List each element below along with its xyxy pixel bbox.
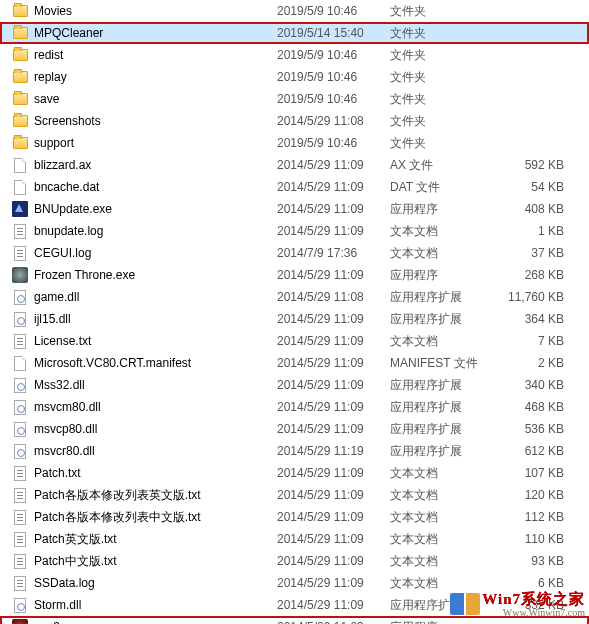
file-name: msvcr80.dll xyxy=(34,444,95,458)
file-name: Patch中文版.txt xyxy=(34,553,117,570)
file-date: 2014/5/29 11:09 xyxy=(277,598,390,612)
file-row[interactable]: game.dll2014/5/29 11:08应用程序扩展11,760 KB xyxy=(0,286,589,308)
dll-file-icon xyxy=(12,377,28,393)
file-row[interactable]: save2019/5/9 10:46文件夹 xyxy=(0,88,589,110)
file-row[interactable]: SSData.log2014/5/29 11:09文本文档6 KB xyxy=(0,572,589,594)
file-type: 文本文档 xyxy=(390,553,490,570)
text-file-icon xyxy=(12,575,28,591)
file-date: 2014/5/29 11:09 xyxy=(277,422,390,436)
file-date: 2014/5/29 11:09 xyxy=(277,224,390,238)
file-row[interactable]: replay2019/5/9 10:46文件夹 xyxy=(0,66,589,88)
file-date: 2019/5/14 15:40 xyxy=(277,26,390,40)
file-name-cell: SSData.log xyxy=(12,575,277,591)
file-row[interactable]: Frozen Throne.exe2014/5/29 11:09应用程序268 … xyxy=(0,264,589,286)
file-size: 340 KB xyxy=(490,378,570,392)
file-name-cell: bncache.dat xyxy=(12,179,277,195)
file-name-cell: Patch英文版.txt xyxy=(12,531,277,548)
file-row[interactable]: Microsoft.VC80.CRT.manifest2014/5/29 11:… xyxy=(0,352,589,374)
file-row[interactable]: Screenshots2014/5/29 11:08文件夹 xyxy=(0,110,589,132)
file-type: 文件夹 xyxy=(390,25,490,42)
file-row[interactable]: Patch.txt2014/5/29 11:09文本文档107 KB xyxy=(0,462,589,484)
file-row[interactable]: redist2019/5/9 10:46文件夹 xyxy=(0,44,589,66)
file-name-cell: msvcr80.dll xyxy=(12,443,277,459)
file-name: MPQCleaner xyxy=(34,26,103,40)
file-name-cell: Frozen Throne.exe xyxy=(12,267,277,283)
dll-file-icon xyxy=(12,421,28,437)
file-date: 2014/5/29 11:08 xyxy=(277,114,390,128)
file-type: 文本文档 xyxy=(390,531,490,548)
file-row[interactable]: Patch各版本修改列表英文版.txt2014/5/29 11:09文本文档12… xyxy=(0,484,589,506)
file-name: Mss32.dll xyxy=(34,378,85,392)
file-type: 应用程序 xyxy=(390,619,490,625)
file-type: 应用程序扩展 xyxy=(390,311,490,328)
file-name-cell: BNUpdate.exe xyxy=(12,201,277,217)
file-row[interactable]: war3.exe2014/5/29 11:09应用程序 xyxy=(0,616,589,624)
file-row[interactable]: bncache.dat2014/5/29 11:09DAT 文件54 KB xyxy=(0,176,589,198)
file-size: 6 KB xyxy=(490,576,570,590)
text-file-icon xyxy=(12,487,28,503)
file-date: 2014/5/29 11:09 xyxy=(277,334,390,348)
file-name-cell: msvcm80.dll xyxy=(12,399,277,415)
file-size: 54 KB xyxy=(490,180,570,194)
file-type: 文件夹 xyxy=(390,135,490,152)
folder-icon xyxy=(12,135,28,151)
file-date: 2019/5/9 10:46 xyxy=(277,70,390,84)
file-size: 107 KB xyxy=(490,466,570,480)
file-type: 应用程序 xyxy=(390,267,490,284)
file-type: 应用程序扩展 xyxy=(390,289,490,306)
file-row[interactable]: Patch中文版.txt2014/5/29 11:09文本文档93 KB xyxy=(0,550,589,572)
file-date: 2019/5/9 10:46 xyxy=(277,48,390,62)
file-name: Frozen Throne.exe xyxy=(34,268,135,282)
file-name-cell: Patch中文版.txt xyxy=(12,553,277,570)
file-date: 2014/5/29 11:09 xyxy=(277,312,390,326)
file-size: 93 KB xyxy=(490,554,570,568)
dll-file-icon xyxy=(12,311,28,327)
file-type: 文件夹 xyxy=(390,69,490,86)
file-name-cell: Screenshots xyxy=(12,113,277,129)
file-row[interactable]: Storm.dll2014/5/29 11:09应用程序扩展332 KB xyxy=(0,594,589,616)
file-size: 2 KB xyxy=(490,356,570,370)
file-name: replay xyxy=(34,70,67,84)
file-row[interactable]: Patch英文版.txt2014/5/29 11:09文本文档110 KB xyxy=(0,528,589,550)
file-name: Patch英文版.txt xyxy=(34,531,117,548)
dll-file-icon xyxy=(12,597,28,613)
file-row[interactable]: BNUpdate.exe2014/5/29 11:09应用程序408 KB xyxy=(0,198,589,220)
file-row[interactable]: msvcr80.dll2014/5/29 11:19应用程序扩展612 KB xyxy=(0,440,589,462)
file-name: CEGUI.log xyxy=(34,246,91,260)
file-date: 2014/5/29 11:09 xyxy=(277,378,390,392)
file-row[interactable]: MPQCleaner2019/5/14 15:40文件夹 xyxy=(0,22,589,44)
file-row[interactable]: blizzard.ax2014/5/29 11:09AX 文件592 KB xyxy=(0,154,589,176)
file-row[interactable]: support2019/5/9 10:46文件夹 xyxy=(0,132,589,154)
file-name-cell: Microsoft.VC80.CRT.manifest xyxy=(12,355,277,371)
folder-icon xyxy=(12,69,28,85)
file-name-cell: bnupdate.log xyxy=(12,223,277,239)
file-date: 2014/5/29 11:09 xyxy=(277,576,390,590)
file-row[interactable]: Movies2019/5/9 10:46文件夹 xyxy=(0,0,589,22)
file-row[interactable]: ijl15.dll2014/5/29 11:09应用程序扩展364 KB xyxy=(0,308,589,330)
file-list: Movies2019/5/9 10:46文件夹MPQCleaner2019/5/… xyxy=(0,0,589,624)
file-date: 2019/5/9 10:46 xyxy=(277,4,390,18)
generic-file-icon xyxy=(12,157,28,173)
file-row[interactable]: msvcp80.dll2014/5/29 11:09应用程序扩展536 KB xyxy=(0,418,589,440)
file-type: 文件夹 xyxy=(390,91,490,108)
file-date: 2014/5/29 11:09 xyxy=(277,488,390,502)
file-row[interactable]: Mss32.dll2014/5/29 11:09应用程序扩展340 KB xyxy=(0,374,589,396)
file-row[interactable]: msvcm80.dll2014/5/29 11:09应用程序扩展468 KB xyxy=(0,396,589,418)
file-type: 文件夹 xyxy=(390,113,490,130)
file-name-cell: Patch各版本修改列表中文版.txt xyxy=(12,509,277,526)
file-size: 592 KB xyxy=(490,158,570,172)
file-name: save xyxy=(34,92,59,106)
file-row[interactable]: License.txt2014/5/29 11:09文本文档7 KB xyxy=(0,330,589,352)
file-name: msvcm80.dll xyxy=(34,400,101,414)
file-row[interactable]: CEGUI.log2014/7/9 17:36文本文档37 KB xyxy=(0,242,589,264)
file-size: 268 KB xyxy=(490,268,570,282)
file-row[interactable]: Patch各版本修改列表中文版.txt2014/5/29 11:09文本文档11… xyxy=(0,506,589,528)
file-type: 应用程序扩展 xyxy=(390,597,490,614)
file-row[interactable]: bnupdate.log2014/5/29 11:09文本文档1 KB xyxy=(0,220,589,242)
folder-icon xyxy=(12,25,28,41)
text-file-icon xyxy=(12,465,28,481)
folder-icon xyxy=(12,91,28,107)
file-name-cell: blizzard.ax xyxy=(12,157,277,173)
file-date: 2014/5/29 11:09 xyxy=(277,510,390,524)
file-name: blizzard.ax xyxy=(34,158,91,172)
